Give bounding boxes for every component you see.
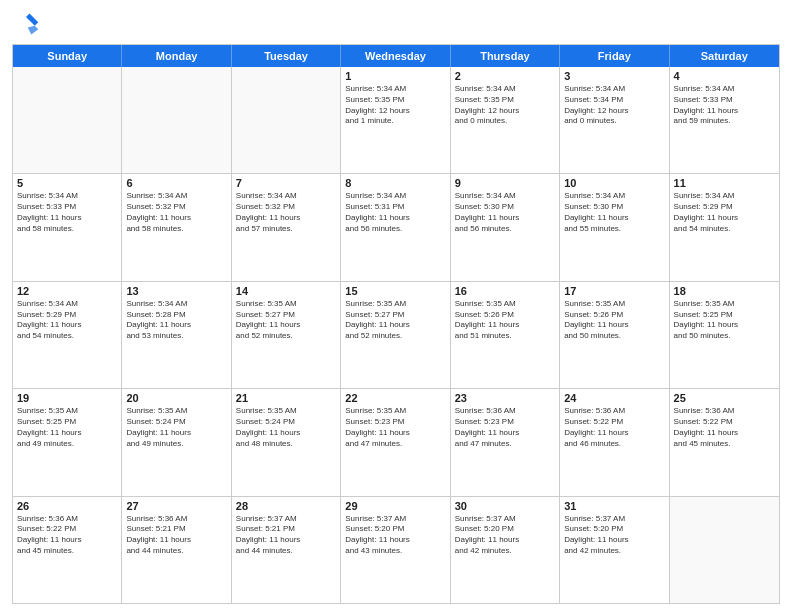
calendar-cell-15: 15Sunrise: 5:35 AM Sunset: 5:27 PM Dayli… (341, 282, 450, 388)
cell-date-number: 26 (17, 500, 117, 512)
calendar-cell-23: 23Sunrise: 5:36 AM Sunset: 5:23 PM Dayli… (451, 389, 560, 495)
calendar-cell-12: 12Sunrise: 5:34 AM Sunset: 5:29 PM Dayli… (13, 282, 122, 388)
calendar-cell-14: 14Sunrise: 5:35 AM Sunset: 5:27 PM Dayli… (232, 282, 341, 388)
cell-info-text: Sunrise: 5:35 AM Sunset: 5:26 PM Dayligh… (564, 299, 664, 342)
day-header-monday: Monday (122, 45, 231, 67)
cell-info-text: Sunrise: 5:34 AM Sunset: 5:29 PM Dayligh… (17, 299, 117, 342)
cell-date-number: 19 (17, 392, 117, 404)
cell-info-text: Sunrise: 5:37 AM Sunset: 5:20 PM Dayligh… (455, 514, 555, 557)
day-header-sunday: Sunday (13, 45, 122, 67)
cell-date-number: 8 (345, 177, 445, 189)
cell-date-number: 21 (236, 392, 336, 404)
cell-info-text: Sunrise: 5:37 AM Sunset: 5:21 PM Dayligh… (236, 514, 336, 557)
cell-date-number: 11 (674, 177, 775, 189)
calendar-cell-26: 26Sunrise: 5:36 AM Sunset: 5:22 PM Dayli… (13, 497, 122, 603)
cell-info-text: Sunrise: 5:34 AM Sunset: 5:30 PM Dayligh… (564, 191, 664, 234)
cell-date-number: 6 (126, 177, 226, 189)
cell-info-text: Sunrise: 5:36 AM Sunset: 5:23 PM Dayligh… (455, 406, 555, 449)
calendar-cell-16: 16Sunrise: 5:35 AM Sunset: 5:26 PM Dayli… (451, 282, 560, 388)
calendar-cell-6: 6Sunrise: 5:34 AM Sunset: 5:32 PM Daylig… (122, 174, 231, 280)
calendar-cell-30: 30Sunrise: 5:37 AM Sunset: 5:20 PM Dayli… (451, 497, 560, 603)
cell-date-number: 17 (564, 285, 664, 297)
cell-date-number: 22 (345, 392, 445, 404)
cell-info-text: Sunrise: 5:34 AM Sunset: 5:32 PM Dayligh… (126, 191, 226, 234)
cell-date-number: 18 (674, 285, 775, 297)
calendar-cell-29: 29Sunrise: 5:37 AM Sunset: 5:20 PM Dayli… (341, 497, 450, 603)
cell-info-text: Sunrise: 5:34 AM Sunset: 5:35 PM Dayligh… (455, 84, 555, 127)
cell-info-text: Sunrise: 5:35 AM Sunset: 5:24 PM Dayligh… (236, 406, 336, 449)
calendar-cell-10: 10Sunrise: 5:34 AM Sunset: 5:30 PM Dayli… (560, 174, 669, 280)
svg-marker-0 (26, 14, 38, 26)
calendar-week-1: 1Sunrise: 5:34 AM Sunset: 5:35 PM Daylig… (13, 67, 779, 174)
cell-info-text: Sunrise: 5:34 AM Sunset: 5:33 PM Dayligh… (17, 191, 117, 234)
calendar-cell-28: 28Sunrise: 5:37 AM Sunset: 5:21 PM Dayli… (232, 497, 341, 603)
cell-info-text: Sunrise: 5:36 AM Sunset: 5:22 PM Dayligh… (17, 514, 117, 557)
calendar-cell-empty (232, 67, 341, 173)
cell-date-number: 27 (126, 500, 226, 512)
cell-info-text: Sunrise: 5:35 AM Sunset: 5:27 PM Dayligh… (345, 299, 445, 342)
cell-info-text: Sunrise: 5:35 AM Sunset: 5:27 PM Dayligh… (236, 299, 336, 342)
cell-date-number: 30 (455, 500, 555, 512)
cell-date-number: 4 (674, 70, 775, 82)
logo-icon (12, 10, 40, 38)
calendar-cell-1: 1Sunrise: 5:34 AM Sunset: 5:35 PM Daylig… (341, 67, 450, 173)
cell-info-text: Sunrise: 5:34 AM Sunset: 5:34 PM Dayligh… (564, 84, 664, 127)
cell-date-number: 29 (345, 500, 445, 512)
calendar-cell-empty (122, 67, 231, 173)
calendar-cell-18: 18Sunrise: 5:35 AM Sunset: 5:25 PM Dayli… (670, 282, 779, 388)
header (12, 10, 780, 38)
cell-date-number: 1 (345, 70, 445, 82)
calendar-cell-7: 7Sunrise: 5:34 AM Sunset: 5:32 PM Daylig… (232, 174, 341, 280)
calendar-week-5: 26Sunrise: 5:36 AM Sunset: 5:22 PM Dayli… (13, 497, 779, 603)
cell-info-text: Sunrise: 5:34 AM Sunset: 5:30 PM Dayligh… (455, 191, 555, 234)
cell-date-number: 13 (126, 285, 226, 297)
cell-date-number: 31 (564, 500, 664, 512)
cell-info-text: Sunrise: 5:36 AM Sunset: 5:22 PM Dayligh… (674, 406, 775, 449)
cell-info-text: Sunrise: 5:34 AM Sunset: 5:29 PM Dayligh… (674, 191, 775, 234)
cell-date-number: 23 (455, 392, 555, 404)
calendar-cell-24: 24Sunrise: 5:36 AM Sunset: 5:22 PM Dayli… (560, 389, 669, 495)
day-header-tuesday: Tuesday (232, 45, 341, 67)
cell-info-text: Sunrise: 5:35 AM Sunset: 5:25 PM Dayligh… (17, 406, 117, 449)
cell-date-number: 16 (455, 285, 555, 297)
cell-info-text: Sunrise: 5:34 AM Sunset: 5:35 PM Dayligh… (345, 84, 445, 127)
cell-date-number: 25 (674, 392, 775, 404)
cell-date-number: 2 (455, 70, 555, 82)
cell-info-text: Sunrise: 5:35 AM Sunset: 5:23 PM Dayligh… (345, 406, 445, 449)
day-header-wednesday: Wednesday (341, 45, 450, 67)
cell-date-number: 20 (126, 392, 226, 404)
calendar-cell-9: 9Sunrise: 5:34 AM Sunset: 5:30 PM Daylig… (451, 174, 560, 280)
cell-date-number: 9 (455, 177, 555, 189)
calendar-cell-19: 19Sunrise: 5:35 AM Sunset: 5:25 PM Dayli… (13, 389, 122, 495)
cell-info-text: Sunrise: 5:34 AM Sunset: 5:32 PM Dayligh… (236, 191, 336, 234)
calendar-cell-17: 17Sunrise: 5:35 AM Sunset: 5:26 PM Dayli… (560, 282, 669, 388)
day-header-friday: Friday (560, 45, 669, 67)
calendar-cell-11: 11Sunrise: 5:34 AM Sunset: 5:29 PM Dayli… (670, 174, 779, 280)
day-header-saturday: Saturday (670, 45, 779, 67)
calendar-header: SundayMondayTuesdayWednesdayThursdayFrid… (13, 45, 779, 67)
calendar-cell-13: 13Sunrise: 5:34 AM Sunset: 5:28 PM Dayli… (122, 282, 231, 388)
calendar-cell-empty (670, 497, 779, 603)
cell-info-text: Sunrise: 5:35 AM Sunset: 5:24 PM Dayligh… (126, 406, 226, 449)
cell-info-text: Sunrise: 5:34 AM Sunset: 5:33 PM Dayligh… (674, 84, 775, 127)
cell-info-text: Sunrise: 5:35 AM Sunset: 5:25 PM Dayligh… (674, 299, 775, 342)
calendar: SundayMondayTuesdayWednesdayThursdayFrid… (12, 44, 780, 604)
calendar-cell-22: 22Sunrise: 5:35 AM Sunset: 5:23 PM Dayli… (341, 389, 450, 495)
svg-marker-1 (28, 26, 39, 35)
calendar-cell-3: 3Sunrise: 5:34 AM Sunset: 5:34 PM Daylig… (560, 67, 669, 173)
cell-date-number: 7 (236, 177, 336, 189)
calendar-body: 1Sunrise: 5:34 AM Sunset: 5:35 PM Daylig… (13, 67, 779, 603)
cell-date-number: 3 (564, 70, 664, 82)
cell-date-number: 24 (564, 392, 664, 404)
day-header-thursday: Thursday (451, 45, 560, 67)
calendar-week-2: 5Sunrise: 5:34 AM Sunset: 5:33 PM Daylig… (13, 174, 779, 281)
cell-info-text: Sunrise: 5:34 AM Sunset: 5:31 PM Dayligh… (345, 191, 445, 234)
page-container: SundayMondayTuesdayWednesdayThursdayFrid… (0, 0, 792, 612)
cell-date-number: 28 (236, 500, 336, 512)
cell-date-number: 12 (17, 285, 117, 297)
cell-info-text: Sunrise: 5:36 AM Sunset: 5:22 PM Dayligh… (564, 406, 664, 449)
calendar-cell-5: 5Sunrise: 5:34 AM Sunset: 5:33 PM Daylig… (13, 174, 122, 280)
calendar-cell-31: 31Sunrise: 5:37 AM Sunset: 5:20 PM Dayli… (560, 497, 669, 603)
calendar-cell-20: 20Sunrise: 5:35 AM Sunset: 5:24 PM Dayli… (122, 389, 231, 495)
cell-date-number: 5 (17, 177, 117, 189)
